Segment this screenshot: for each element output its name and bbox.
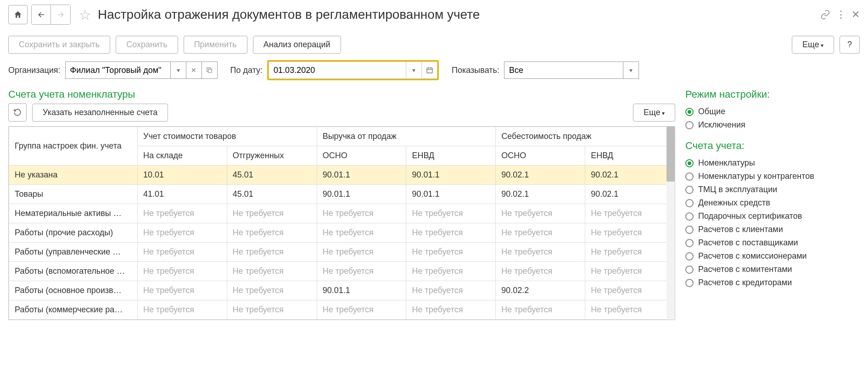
table-cell[interactable]: Не требуется xyxy=(227,204,317,223)
mode-option[interactable]: Общие xyxy=(685,107,860,116)
table-cell[interactable]: Не требуется xyxy=(496,300,585,320)
table-cell[interactable]: 41.01 xyxy=(138,185,227,204)
accounts-option[interactable]: Расчетов с клиентами xyxy=(685,225,860,234)
table-cell[interactable]: Не требуется xyxy=(585,204,675,223)
col-rev-osno[interactable]: ОСНО xyxy=(317,146,406,166)
table-cell[interactable]: Не требуется xyxy=(138,243,227,262)
table-cell[interactable]: Не требуется xyxy=(406,281,496,300)
table-cell[interactable]: Не требуется xyxy=(227,223,317,243)
table-cell[interactable]: Не требуется xyxy=(227,281,317,300)
table-row[interactable]: Работы (управленческие …Не требуетсяНе т… xyxy=(9,243,675,262)
table-cell[interactable]: 90.01.1 xyxy=(317,166,406,185)
table-cell[interactable]: 10.01 xyxy=(138,166,227,185)
home-button[interactable] xyxy=(8,5,28,24)
show-dropdown-button[interactable]: ▾ xyxy=(623,61,639,79)
fill-empty-button[interactable]: Указать незаполненные счета xyxy=(32,104,168,122)
table-scrollbar[interactable] xyxy=(666,127,675,320)
table-cell[interactable]: Не требуется xyxy=(406,223,496,243)
table-cell[interactable]: 90.01.1 xyxy=(406,185,496,204)
back-button[interactable] xyxy=(32,5,51,24)
table-cell[interactable]: Не требуется xyxy=(317,262,406,281)
save-button[interactable]: Сохранить xyxy=(116,36,178,54)
table-cell[interactable]: Не требуется xyxy=(317,204,406,223)
col-revenue[interactable]: Выручка от продаж xyxy=(317,127,496,146)
table-cell[interactable]: Не требуется xyxy=(227,243,317,262)
org-open-button[interactable] xyxy=(202,61,218,79)
table-cell[interactable]: Не требуется xyxy=(406,243,496,262)
table-cell[interactable]: Не требуется xyxy=(317,223,406,243)
accounts-option[interactable]: Номенклатуры xyxy=(685,158,860,168)
org-clear-button[interactable]: ✕ xyxy=(186,61,202,79)
table-cell[interactable]: Не требуется xyxy=(496,223,585,243)
table-cell[interactable]: Не требуется xyxy=(227,262,317,281)
org-input[interactable] xyxy=(65,61,171,79)
table-cell[interactable]: Работы (коммерческие ра… xyxy=(9,300,138,320)
help-button[interactable]: ? xyxy=(840,36,860,54)
table-cell[interactable]: Не требуется xyxy=(138,281,227,300)
table-cell[interactable]: Не требуется xyxy=(585,243,675,262)
table-cell[interactable]: Не требуется xyxy=(138,204,227,223)
col-cogs[interactable]: Себестоимость продаж xyxy=(496,127,675,146)
table-cell[interactable]: Не требуется xyxy=(585,262,675,281)
table-cell[interactable]: 90.02.2 xyxy=(496,281,585,300)
table-row[interactable]: Товары41.0145.0190.01.190.01.190.02.190.… xyxy=(9,185,675,204)
table-cell[interactable]: Не требуется xyxy=(317,300,406,320)
accounts-option[interactable]: Расчетов с поставщиками xyxy=(685,238,860,248)
kebab-menu-icon[interactable]: ⋮ xyxy=(836,9,846,21)
table-cell[interactable]: 45.01 xyxy=(227,185,317,204)
table-cell[interactable]: 90.01.1 xyxy=(317,281,406,300)
accounts-option[interactable]: ТМЦ в эксплуатации xyxy=(685,185,860,194)
link-icon[interactable] xyxy=(820,10,830,20)
favorite-star-icon[interactable]: ☆ xyxy=(79,7,91,23)
table-cell[interactable]: 90.01.1 xyxy=(317,185,406,204)
table-cell[interactable]: Не требуется xyxy=(496,243,585,262)
date-calendar-button[interactable] xyxy=(422,61,437,79)
col-group[interactable]: Группа настроек фин. учета xyxy=(9,127,138,166)
accounts-option[interactable]: Расчетов с комиссионерами xyxy=(685,251,860,261)
table-cell[interactable]: 90.02.1 xyxy=(496,185,585,204)
table-cell[interactable]: Не требуется xyxy=(406,262,496,281)
accounts-table[interactable]: Группа настроек фин. учета Учет стоимост… xyxy=(9,127,675,320)
table-cell[interactable]: Не требуется xyxy=(138,300,227,320)
table-cell[interactable]: Работы (основное произв… xyxy=(9,281,138,300)
col-rev-envd[interactable]: ЕНВД xyxy=(406,146,496,166)
table-cell[interactable]: Не требуется xyxy=(585,281,675,300)
col-cost[interactable]: Учет стоимости товаров xyxy=(138,127,317,146)
table-cell[interactable]: Работы (прочие расходы) xyxy=(9,223,138,243)
table-cell[interactable]: Не требуется xyxy=(317,243,406,262)
date-input[interactable] xyxy=(269,61,406,79)
table-cell[interactable]: Товары xyxy=(9,185,138,204)
accounts-option[interactable]: Расчетов с кредиторами xyxy=(685,278,860,288)
table-cell[interactable]: Не требуется xyxy=(496,262,585,281)
table-cell[interactable]: 90.02.1 xyxy=(585,185,675,204)
col-cogs-envd[interactable]: ЕНВД xyxy=(585,146,675,166)
table-cell[interactable]: 90.01.1 xyxy=(406,166,496,185)
mode-option[interactable]: Исключения xyxy=(685,120,860,130)
table-cell[interactable]: 45.01 xyxy=(227,166,317,185)
table-cell[interactable]: 90.02.1 xyxy=(585,166,675,185)
more-button[interactable]: Еще xyxy=(792,36,834,54)
table-row[interactable]: Работы (вспомогательное …Не требуетсяНе … xyxy=(9,262,675,281)
table-row[interactable]: Работы (прочие расходы)Не требуетсяНе тр… xyxy=(9,223,675,243)
accounts-option[interactable]: Расчетов с комитентами xyxy=(685,265,860,274)
org-dropdown-button[interactable]: ▾ xyxy=(171,61,186,79)
show-input[interactable] xyxy=(504,61,623,79)
apply-button[interactable]: Применить xyxy=(184,36,247,54)
close-icon[interactable]: ✕ xyxy=(851,9,860,21)
date-dropdown-button[interactable]: ▾ xyxy=(406,61,422,79)
accounts-option[interactable]: Денежных средств xyxy=(685,198,860,208)
save-close-button[interactable]: Сохранить и закрыть xyxy=(8,36,110,54)
table-cell[interactable]: Не требуется xyxy=(406,204,496,223)
table-cell[interactable]: Не требуется xyxy=(406,300,496,320)
table-cell[interactable]: Не требуется xyxy=(138,262,227,281)
accounts-option[interactable]: Подарочных сертификатов xyxy=(685,211,860,221)
table-cell[interactable]: Не требуется xyxy=(496,204,585,223)
table-cell[interactable]: Не требуется xyxy=(227,300,317,320)
col-shipped[interactable]: Отгруженных xyxy=(227,146,317,166)
table-row[interactable]: Работы (коммерческие ра…Не требуетсяНе т… xyxy=(9,300,675,320)
refresh-button[interactable] xyxy=(8,103,27,122)
table-cell[interactable]: Не требуется xyxy=(138,223,227,243)
accounts-option[interactable]: Номенклатуры у контрагентов xyxy=(685,172,860,181)
table-row[interactable]: Не указана10.0145.0190.01.190.01.190.02.… xyxy=(9,166,675,185)
forward-button[interactable] xyxy=(51,5,70,24)
